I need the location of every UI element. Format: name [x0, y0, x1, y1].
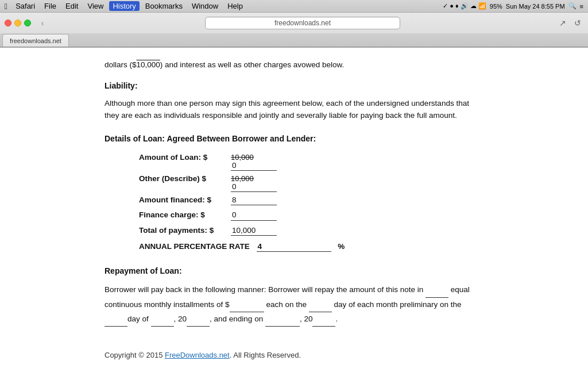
copyright-text: Copyright © 2015 FreeDownloads.net. All …: [105, 350, 483, 361]
menu-help[interactable]: Help: [224, 1, 246, 11]
repayment-section: Repayment of Loan: Borrower will pay bac…: [105, 265, 483, 327]
repayment-body: Borrower will pay back in the following …: [105, 283, 483, 327]
loan-row-total: Total of payments: $ 10,000: [139, 224, 483, 237]
menu-bookmarks[interactable]: Bookmarks: [142, 1, 186, 11]
search-icon[interactable]: 🔍: [568, 2, 577, 10]
loan-value-financed: 8: [231, 195, 277, 205]
tab-bar: freedownloads.net: [0, 33, 588, 47]
blank-start-month: [151, 312, 174, 327]
loan-label-total: Total of payments: $: [139, 224, 231, 237]
page-content[interactable]: dollars ($10,000) and interest as well a…: [0, 48, 588, 368]
loan-row-apr: ANNUAL PERCENTAGE RATE 4 %: [139, 240, 483, 254]
blank-start-day: [105, 312, 127, 327]
address-bar-container: freedownloads.net: [52, 17, 554, 29]
blank-end-date: [265, 312, 300, 327]
browser-chrome: ‹ freedownloads.net ↗ ↺ freedownloads.ne…: [0, 13, 588, 48]
menu-bar:  Safari File Edit View History Bookmark…: [0, 0, 588, 13]
loan-other-bottom: 0: [231, 182, 277, 192]
active-tab[interactable]: freedownloads.net: [2, 34, 69, 47]
copyright-suffix: . All Rights Reserved.: [230, 351, 301, 359]
list-icon[interactable]: ≡: [580, 3, 583, 10]
status-icons: ✓ ● ♦ 🔊 ☁ 📶: [443, 2, 486, 10]
apple-logo: : [5, 2, 7, 11]
blank-amount: [230, 298, 264, 312]
tab-label: freedownloads.net: [10, 37, 61, 44]
loan-amount-top: 10,000: [231, 154, 254, 161]
liability-heading: Liability:: [105, 80, 483, 92]
traffic-lights: [5, 20, 31, 26]
battery-status: 95%: [490, 3, 502, 10]
loan-row-other: Other (Describe) $ 10,000 0: [139, 172, 483, 192]
loan-label-amount: Amount of Loan: $: [139, 151, 231, 164]
copyright-prefix: Copyright © 2015: [105, 351, 165, 359]
loan-row-amount: Amount of Loan: $ 10,000 0: [139, 151, 483, 171]
liability-body: Although more than one person may sign t…: [105, 98, 483, 121]
blank-end-year: [312, 312, 335, 327]
share-icon[interactable]: ↗: [557, 17, 568, 29]
copyright-link[interactable]: FreeDownloads.net: [165, 351, 230, 359]
browser-toolbar: ‹ freedownloads.net ↗ ↺: [0, 13, 588, 33]
menu-file[interactable]: File: [41, 1, 60, 11]
document-area: dollars ($10,000) and interest as well a…: [70, 48, 518, 368]
loan-value-amount: 10,000 0: [231, 154, 277, 171]
close-button[interactable]: [5, 20, 11, 26]
menu-window[interactable]: Window: [188, 1, 222, 11]
refresh-icon[interactable]: ↺: [572, 17, 583, 29]
toolbar-right: ↗ ↺: [557, 17, 583, 29]
loan-value-other: 10,000 0: [231, 175, 277, 192]
blank-installments: [425, 283, 448, 297]
loan-amount-bottom: 0: [231, 161, 277, 171]
maximize-button[interactable]: [24, 20, 31, 26]
loan-row-finance-charge: Finance charge: $ 0: [139, 208, 483, 222]
blank-day: [309, 298, 332, 312]
loan-details-grid: Amount of Loan: $ 10,000 0 Other (Descri…: [105, 151, 483, 254]
loan-details-section: Details of Loan: Agreed Between Borrower…: [105, 133, 483, 254]
loan-label-other: Other (Describe) $: [139, 172, 231, 186]
loan-label-finance-charge: Finance charge: $: [139, 208, 231, 222]
loan-row-financed: Amount financed: $ 8: [139, 193, 483, 207]
minimize-button[interactable]: [14, 20, 21, 26]
intro-paragraph: dollars ($10,000) and interest as well a…: [105, 59, 483, 71]
loan-label-financed: Amount financed: $: [139, 193, 231, 207]
liability-section: Liability: Although more than one person…: [105, 80, 483, 121]
intro-text-prefix: dollars ($: [105, 60, 137, 69]
address-bar[interactable]: freedownloads.net: [205, 17, 400, 29]
loan-other-top: 10,000: [231, 175, 254, 182]
apr-suffix: %: [338, 240, 345, 254]
menu-bar-right: ✓ ● ♦ 🔊 ☁ 📶 95% Sun May 24 8:55 PM 🔍 ≡: [443, 2, 583, 10]
loan-value-finance-charge: 0: [231, 210, 277, 220]
back-button[interactable]: ‹: [37, 17, 48, 29]
intro-amount: 10,000: [137, 60, 160, 69]
url-text: freedownloads.net: [274, 19, 331, 27]
loan-value-total: 10,000: [231, 226, 277, 236]
menu-history[interactable]: History: [109, 1, 139, 11]
repayment-heading: Repayment of Loan:: [105, 265, 483, 277]
menu-view[interactable]: View: [84, 1, 107, 11]
loan-details-heading: Details of Loan: Agreed Between Borrower…: [105, 133, 483, 145]
copyright-section: Copyright © 2015 FreeDownloads.net. All …: [105, 350, 483, 361]
menu-edit[interactable]: Edit: [62, 1, 82, 11]
blank-start-year: [187, 312, 210, 327]
clock: Sun May 24 8:55 PM: [506, 3, 565, 10]
apr-label: ANNUAL PERCENTAGE RATE: [139, 240, 250, 254]
intro-text-suffix: ) and interest as well as other charges …: [160, 60, 344, 69]
menu-safari[interactable]: Safari: [12, 1, 38, 11]
apr-value: 4: [257, 242, 331, 252]
